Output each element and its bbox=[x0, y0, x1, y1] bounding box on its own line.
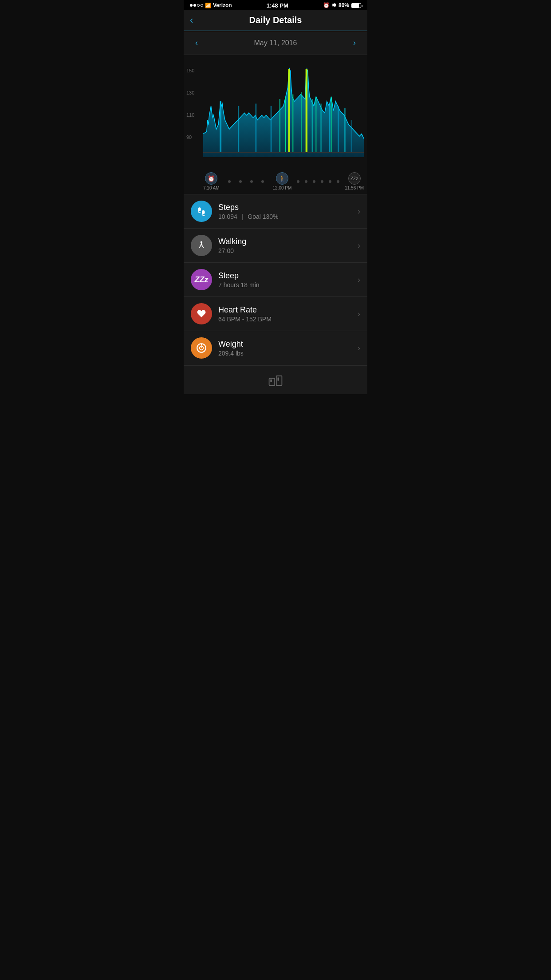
signal-dot-1 bbox=[190, 4, 193, 7]
steps-name: Steps bbox=[218, 203, 358, 212]
battery-percent: 80% bbox=[338, 2, 349, 8]
timeline-dot-4 bbox=[261, 180, 264, 183]
weight-info: Weight 209.4 lbs bbox=[218, 340, 358, 357]
signal-dot-2 bbox=[193, 4, 196, 7]
svg-rect-19 bbox=[351, 120, 352, 152]
prev-date-button[interactable]: ‹ bbox=[192, 36, 201, 49]
sleep-icon-text: ZZz bbox=[195, 275, 209, 285]
battery-fill bbox=[352, 4, 359, 8]
date-nav: ‹ May 11, 2016 › bbox=[184, 31, 367, 55]
mid-time-label: 12:00 PM bbox=[273, 186, 292, 190]
weight-value: 209.4 lbs bbox=[218, 350, 358, 357]
y-label-90: 90 bbox=[186, 134, 194, 140]
chart-svg bbox=[203, 59, 364, 157]
svg-rect-18 bbox=[344, 108, 346, 153]
timeline-dots bbox=[220, 180, 273, 183]
end-time-label: 11:56 PM bbox=[345, 186, 364, 190]
weight-item[interactable]: Weight 209.4 lbs › bbox=[184, 331, 367, 365]
heart-rate-item[interactable]: Heart Rate 64 BPM - 152 BPM › bbox=[184, 297, 367, 331]
y-label-150: 150 bbox=[186, 68, 194, 73]
svg-rect-9 bbox=[255, 104, 256, 153]
svg-rect-13 bbox=[301, 92, 302, 152]
weight-icon bbox=[191, 337, 212, 359]
steps-item[interactable]: Steps 10,094 | Goal 130% › bbox=[184, 194, 367, 229]
start-time-label: 7:10 AM bbox=[203, 186, 220, 190]
status-time: 1:48 PM bbox=[267, 2, 288, 9]
svg-rect-14 bbox=[312, 99, 313, 152]
svg-point-21 bbox=[198, 207, 201, 211]
timeline-dot-6 bbox=[305, 180, 307, 183]
y-label-130: 130 bbox=[186, 90, 194, 95]
walking-name: Walking bbox=[218, 237, 358, 246]
steps-icon bbox=[191, 201, 212, 222]
signal-dot-4 bbox=[201, 4, 203, 7]
timeline-dot-1 bbox=[228, 180, 231, 183]
current-date: May 11, 2016 bbox=[254, 39, 297, 47]
svg-point-23 bbox=[201, 241, 203, 243]
timeline-dot-2 bbox=[239, 180, 242, 183]
carrier-label: Verizon bbox=[213, 2, 232, 8]
walking-value: 27:00 bbox=[218, 247, 358, 254]
mid-time-marker: 🚶 12:00 PM bbox=[273, 172, 292, 190]
svg-rect-12 bbox=[292, 95, 294, 153]
svg-rect-15 bbox=[320, 104, 322, 153]
walking-chevron: › bbox=[358, 241, 360, 250]
alarm-circle-icon: ⏰ bbox=[205, 172, 217, 185]
end-time-marker: ZZz 11:56 PM bbox=[345, 172, 364, 190]
walking-info: Walking 27:00 bbox=[218, 237, 358, 254]
sleep-item[interactable]: ZZz Sleep 7 hours 18 min › bbox=[184, 263, 367, 297]
reports-icon[interactable] bbox=[268, 372, 283, 388]
timeline-row: ⏰ 7:10 AM 🚶 12:00 PM ZZz 11:56 PM bbox=[184, 170, 367, 194]
heart-rate-name: Heart Rate bbox=[218, 305, 358, 315]
heart-rate-info: Heart Rate 64 BPM - 152 BPM bbox=[218, 305, 358, 323]
back-button[interactable]: ‹ bbox=[190, 15, 193, 26]
svg-rect-16 bbox=[329, 106, 331, 153]
sleep-icon-label: ZZz bbox=[350, 176, 358, 181]
timeline-dot-10 bbox=[337, 180, 339, 183]
weight-chevron: › bbox=[358, 344, 360, 353]
steps-chevron: › bbox=[358, 207, 360, 216]
timeline-dots-2 bbox=[291, 180, 345, 183]
svg-rect-31 bbox=[278, 378, 279, 381]
timeline-dot-7 bbox=[313, 180, 315, 183]
heart-rate-icon bbox=[191, 303, 212, 324]
timeline-dot-8 bbox=[321, 180, 323, 183]
walking-icon bbox=[191, 235, 212, 256]
timeline-dot-9 bbox=[329, 180, 331, 183]
tab-bar bbox=[184, 365, 367, 394]
y-axis: 150 130 110 90 bbox=[186, 59, 194, 148]
timeline-dot-5 bbox=[297, 180, 299, 183]
walk-icon-label: 🚶 bbox=[279, 175, 286, 182]
next-date-button[interactable]: › bbox=[350, 36, 359, 49]
steps-count: 10,094 bbox=[218, 213, 237, 220]
status-left: 📶 Verizon bbox=[190, 2, 232, 8]
steps-info: Steps 10,094 | Goal 130% bbox=[218, 203, 358, 220]
svg-rect-11 bbox=[279, 99, 280, 152]
svg-rect-7 bbox=[220, 101, 221, 152]
svg-rect-29 bbox=[276, 376, 282, 386]
svg-rect-28 bbox=[269, 378, 275, 385]
signal-dots bbox=[190, 4, 203, 7]
svg-point-22 bbox=[202, 210, 205, 214]
alarm-icon-label: ⏰ bbox=[208, 175, 215, 182]
battery-icon bbox=[351, 3, 361, 8]
sleep-name: Sleep bbox=[218, 271, 358, 281]
steps-value: 10,094 | Goal 130% bbox=[218, 213, 358, 220]
status-bar: 📶 Verizon 1:48 PM ⏰ ✱ 80% bbox=[184, 0, 367, 10]
alarm-icon: ⏰ bbox=[323, 2, 330, 8]
walk-circle-icon: 🚶 bbox=[276, 172, 288, 185]
walking-item[interactable]: Walking 27:00 › bbox=[184, 229, 367, 263]
status-right: ⏰ ✱ 80% bbox=[323, 2, 361, 8]
sleep-value: 7 hours 18 min bbox=[218, 281, 358, 288]
svg-rect-30 bbox=[270, 379, 272, 382]
start-time-marker: ⏰ 7:10 AM bbox=[203, 172, 220, 190]
weight-name: Weight bbox=[218, 340, 358, 349]
sleep-chevron: › bbox=[358, 275, 360, 285]
svg-rect-8 bbox=[238, 106, 239, 153]
y-label-110: 110 bbox=[186, 112, 194, 118]
chart-svg-area bbox=[203, 59, 364, 157]
nav-header: ‹ Daily Details bbox=[184, 10, 367, 31]
sleep-icon: ZZz bbox=[191, 269, 212, 290]
page-title: Daily Details bbox=[249, 15, 302, 25]
svg-point-27 bbox=[201, 346, 202, 348]
